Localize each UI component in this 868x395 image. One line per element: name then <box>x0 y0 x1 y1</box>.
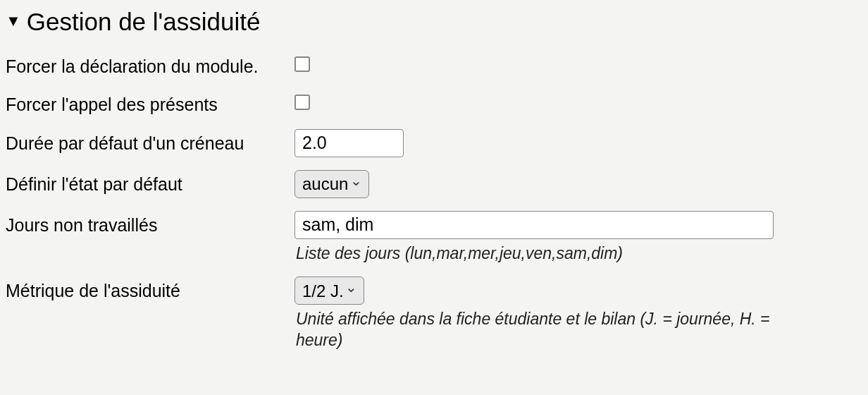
chevron-down-icon: ▼ <box>6 11 21 32</box>
attendance-metric-select[interactable]: 1/2 J. <box>294 276 364 305</box>
default-duration-label: Durée par défaut d'un créneau <box>6 129 294 155</box>
non-working-days-label: Jours non travaillés <box>6 211 294 237</box>
non-working-days-helper: Liste des jours (lun,mar,mer,jeu,ven,sam… <box>294 243 778 265</box>
force-module-label: Forcer la déclaration du module. <box>6 52 294 78</box>
section-toggle[interactable]: ▼ Gestion de l'assiduité <box>6 6 862 38</box>
section-title: Gestion de l'assiduité <box>27 6 261 38</box>
attendance-metric-label: Métrique de l'assiduité <box>6 276 294 303</box>
default-state-select[interactable]: aucun <box>294 170 369 198</box>
default-state-label: Définir l'état par défaut <box>6 170 294 196</box>
default-duration-input[interactable] <box>294 129 404 157</box>
force-module-checkbox[interactable] <box>294 56 310 72</box>
force-roll-checkbox[interactable] <box>294 95 310 110</box>
force-roll-label: Forcer l'appel des présents <box>6 90 294 116</box>
non-working-days-input[interactable] <box>294 211 774 239</box>
attendance-metric-helper: Unité affichée dans la fiche étudiante e… <box>294 309 778 351</box>
